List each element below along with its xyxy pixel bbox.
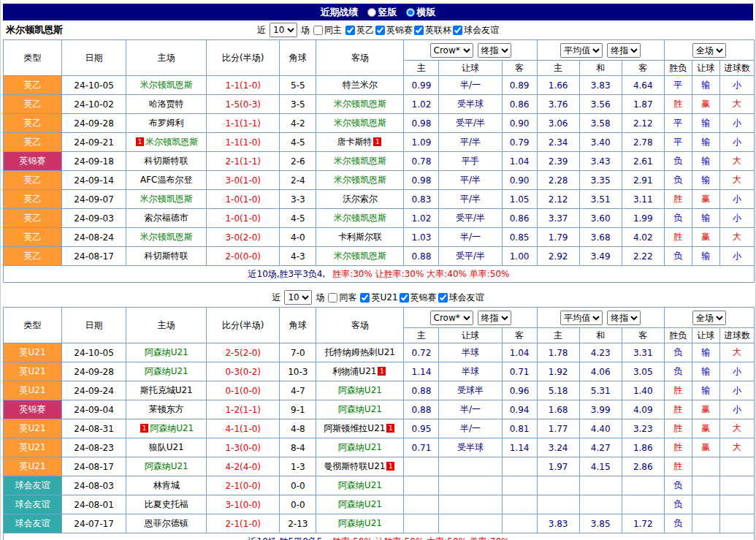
home-team-link[interactable]: 米尔顿凯恩斯 [140, 80, 193, 90]
away-team-link[interactable]: 米尔顿凯恩斯 [334, 118, 386, 128]
score-cell[interactable]: 1-1(1-0) [207, 76, 280, 95]
average-select[interactable]: 平均值 [560, 43, 603, 58]
vertical-radio[interactable] [367, 8, 376, 17]
date-cell: 24-09-14 [62, 171, 126, 190]
venue-checkbox[interactable] [328, 293, 337, 303]
home-team-link[interactable]: 斯托克城U21 [140, 385, 193, 395]
away-team-link[interactable]: 特兰米尔 [343, 80, 378, 90]
score-cell[interactable]: 2-0(0-0) [207, 247, 280, 266]
league-checkbox[interactable] [400, 293, 409, 303]
away-team-link[interactable]: 米尔顿凯恩斯 [334, 175, 386, 185]
league-filter[interactable]: 英乙 [345, 24, 374, 37]
odds-time-select[interactable]: 终指 [478, 43, 511, 58]
league-filter[interactable]: 英锦赛 [400, 292, 437, 304]
date-cell: 24-08-31 [62, 419, 126, 438]
score-cell[interactable]: 4-1(1-0) [207, 419, 280, 438]
venue-filter[interactable]: 同主 [313, 24, 342, 37]
away-team-link[interactable]: 阿森纳U21 [338, 499, 382, 509]
score-cell[interactable]: 3-0(1-0) [207, 171, 280, 190]
away-team-link[interactable]: 米尔顿凯恩斯 [334, 213, 386, 223]
league-filter[interactable]: 英锦赛 [375, 24, 413, 37]
recent-count-select[interactable]: 10 [270, 23, 297, 37]
score-cell[interactable]: 2-1(1-1) [207, 152, 280, 171]
home-team-link[interactable]: 阿森纳U21 [150, 423, 194, 433]
home-team-link[interactable]: 米尔顿凯恩斯 [145, 137, 198, 147]
score-cell[interactable]: 2-1(1-0) [207, 514, 280, 533]
league-checkbox[interactable] [345, 26, 355, 35]
league-checkbox[interactable] [453, 26, 462, 35]
home-team-link[interactable]: 米尔顿凯恩斯 [140, 232, 193, 242]
score-cell[interactable]: 4-2(4-0) [207, 457, 280, 476]
odds-time-select[interactable]: 终指 [478, 311, 511, 325]
fulltime-select[interactable]: 全场 [692, 43, 726, 58]
away-team-link[interactable]: 米尔顿凯恩斯 [334, 156, 386, 166]
score-cell[interactable]: 1-1(1-1) [207, 114, 280, 133]
away-team-link[interactable]: 托特纳姆热刺U21 [325, 347, 395, 357]
bookmaker-select[interactable]: Crow* [430, 43, 473, 58]
average-time-select[interactable]: 终指 [607, 43, 641, 58]
score-cell[interactable]: 3-1(0-0) [207, 495, 280, 514]
league-filter[interactable]: 英U21 [360, 292, 397, 304]
home-team-link[interactable]: 恩菲尔德镇 [145, 518, 188, 528]
home-team-link[interactable]: 阿森纳U21 [145, 347, 188, 357]
score-cell[interactable]: 1-0(1-0) [207, 209, 280, 228]
home-team-link[interactable]: 米尔顿凯恩斯 [140, 194, 193, 204]
away-team-link[interactable]: 阿森纳U21 [338, 480, 382, 490]
score-cell[interactable]: 1-0(1-0) [207, 190, 280, 209]
score-cell[interactable]: 0-1(0-0) [207, 381, 280, 400]
score-cell[interactable]: 0-3(0-2) [207, 362, 280, 381]
layout-option-horizontal[interactable]: 横版 [406, 6, 436, 19]
layout-option-vertical[interactable]: 竖版 [367, 6, 397, 19]
home-team-link[interactable]: 科切斯特联 [145, 156, 188, 166]
home-team-link[interactable]: 布罗姆利 [149, 118, 184, 128]
league-checkbox[interactable] [375, 26, 385, 35]
home-team-link[interactable]: 哈洛贾特 [149, 99, 184, 109]
avg-away-cell: 1.87 [622, 95, 664, 114]
col-odds-away: 客 [502, 61, 537, 76]
recent-count-select[interactable]: 10 [284, 290, 312, 305]
home-team-link[interactable]: 索尔福德市 [145, 213, 188, 223]
away-team-link[interactable]: 阿森纳U21 [338, 442, 382, 452]
home-team-link[interactable]: 林肯城 [153, 480, 180, 490]
home-team-link[interactable]: 阿森纳U21 [145, 366, 188, 376]
horizontal-radio[interactable] [406, 8, 415, 17]
match-row: 英乙24-10-02哈洛贾特1-5(0-3)3-5米尔顿凯恩斯1.02受半球0.… [4, 95, 755, 114]
away-team-link[interactable]: 米尔顿凯恩斯 [334, 251, 386, 261]
fulltime-select[interactable]: 全场 [692, 311, 726, 325]
score-cell[interactable]: 1-1(1-0) [207, 133, 280, 152]
league-filter[interactable]: 球会友谊 [438, 292, 484, 304]
venue-checkbox[interactable] [313, 26, 323, 35]
average-select[interactable]: 平均值 [560, 311, 603, 325]
score-cell[interactable]: 1-5(0-3) [207, 95, 280, 114]
away-team-link[interactable]: 米尔顿凯恩斯 [334, 99, 386, 109]
home-team-link[interactable]: 莱顿东方 [149, 404, 184, 414]
home-team-link[interactable]: 比夏史托福 [145, 499, 188, 509]
average-time-select[interactable]: 终指 [607, 311, 641, 325]
score-cell[interactable]: 2-1(0-0) [207, 476, 280, 495]
bookmaker-select[interactable]: Crow* [430, 311, 473, 325]
away-team-link[interactable]: 曼彻斯特联U21 [324, 461, 385, 471]
away-team-link[interactable]: 阿斯顿维拉U21 [324, 423, 385, 433]
score-cell[interactable]: 1-2(1-1) [207, 400, 280, 419]
away-team-link[interactable]: 沃尔索尔 [343, 194, 378, 204]
score-cell[interactable]: 3-0(2-0) [207, 228, 280, 247]
score-cell[interactable]: 1-3(0-0) [207, 438, 280, 457]
away-team-link[interactable]: 卡利斯尔联 [338, 232, 382, 242]
odds-handicap-cell: 平/半 [439, 133, 502, 152]
league-checkbox[interactable] [360, 293, 370, 303]
league-filter[interactable]: 球会友谊 [453, 24, 499, 37]
home-team-link[interactable]: 狼队U21 [149, 442, 184, 452]
score-cell[interactable]: 2-5(2-0) [207, 343, 280, 362]
home-team-link[interactable]: AFC温布尔登 [140, 175, 193, 185]
home-team-link[interactable]: 阿森纳U21 [145, 461, 188, 471]
home-team-link[interactable]: 科切斯特联 [145, 251, 188, 261]
league-filter[interactable]: 英联杯 [414, 24, 451, 37]
away-team-link[interactable]: 利物浦U21 [332, 366, 376, 376]
away-team-link[interactable]: 阿森纳U21 [338, 385, 382, 395]
away-team-link[interactable]: 唐卡斯特 [337, 137, 372, 147]
away-team-link[interactable]: 阿森纳U21 [338, 518, 382, 528]
venue-filter[interactable]: 同客 [328, 292, 356, 304]
away-team-link[interactable]: 阿森纳U21 [338, 404, 382, 414]
league-checkbox[interactable] [438, 293, 448, 303]
league-checkbox[interactable] [414, 26, 424, 35]
